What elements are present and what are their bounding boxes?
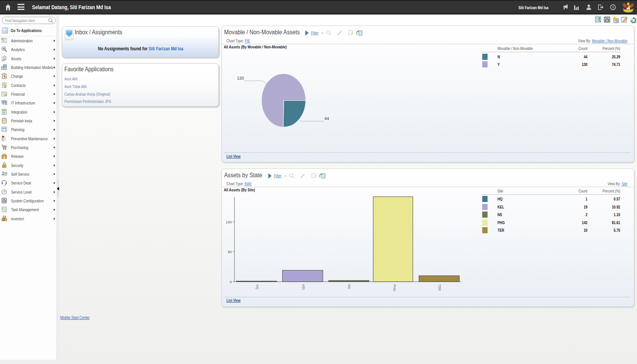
- svg-text:KEL: KEL: [302, 284, 305, 290]
- svg-text:44: 44: [324, 116, 329, 121]
- svg-text:HQ: HQ: [255, 284, 259, 289]
- svg-text:50: 50: [228, 250, 232, 254]
- svg-text:0: 0: [230, 280, 232, 284]
- svg-text:100: 100: [226, 220, 232, 224]
- svg-text:PHG: PHG: [393, 284, 396, 291]
- svg-text:TER: TER: [438, 284, 441, 291]
- svg-text:?: ?: [612, 5, 614, 10]
- svg-text:NS: NS: [347, 284, 351, 289]
- svg-text:130: 130: [237, 76, 244, 80]
